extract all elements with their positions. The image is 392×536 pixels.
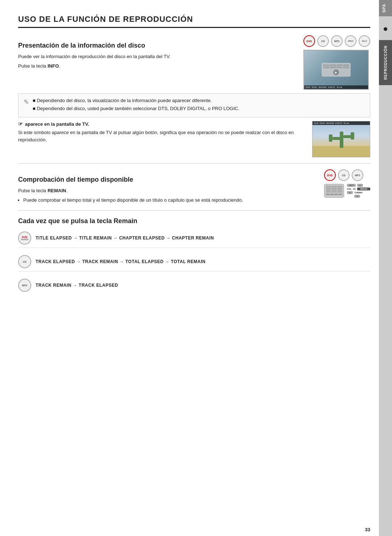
divider2	[18, 210, 370, 211]
vol-row: VOL 4K REMAIN	[347, 188, 370, 190]
down-row: ▼	[347, 195, 370, 198]
disc-icon-mp3: MP3	[331, 35, 343, 47]
flow-text-dvd: TITLE ELAPSED → TITLE REMAIN → CHAPTER E…	[36, 235, 214, 241]
aparece-section: ☞ aparece en la pantalla de TV. Si este …	[18, 121, 370, 157]
flow-disc-dvd: DVD DivX/CD	[18, 231, 31, 245]
section1-body2-pre: Pulse la tecla	[18, 63, 48, 69]
section1-heading: Presentación de la información del disco	[18, 42, 296, 49]
disc-icon-cd: CD	[317, 35, 329, 47]
cactus-image-area: DVD 01/01 001/040 0:00:37 4/1 ►	[312, 121, 370, 157]
flow-item-dvd: DVD DivX/CD TITLE ELAPSED → TITLE REMAIN…	[18, 229, 370, 248]
disc-icon2-dvd: DVD	[324, 169, 336, 181]
flow-text-mp3: TRACK REMAIN → TRACK ELAPSED	[36, 283, 118, 288]
remain-remote-area: MUT ▲ VOL 4K REMAIN ▼ TUNING ▼	[324, 184, 370, 198]
flow-disc-mp3: MP3	[18, 279, 31, 292]
section2-heading: Comprobación del tiempo disponible	[18, 176, 317, 184]
section1-text: Presentación de la información del disco…	[18, 35, 303, 72]
section1-image-area: DVD CD MP3 JPEG DivX	[303, 35, 370, 90]
side-tab: SPA REPRODUCCIÓN	[379, 0, 392, 536]
aparece-body: Si este símbolo aparece en la pantalla d…	[18, 129, 305, 143]
cactus-svg	[313, 124, 370, 157]
page-number: 33	[365, 527, 370, 532]
disc-icon2-cd: CD	[338, 169, 350, 181]
mute-row: MUT ▲	[347, 184, 370, 187]
section3: Cada vez que se pulsa la tecla Remain DV…	[18, 217, 370, 295]
section2-bullets: Puede comprobar el tiempo total y el tie…	[23, 197, 317, 204]
disc-icon-dvd: DVD	[303, 35, 315, 47]
spa-label: SPA	[379, 0, 392, 16]
section1: Presentación de la información del disco…	[18, 35, 370, 90]
remote-right: MUT ▲ VOL 4K REMAIN ▼ TUNING ▼	[347, 184, 370, 198]
flow-disc-cd: CD	[18, 255, 31, 268]
note-box: ✎ ■ Dependiendo del disco, la visualizac…	[18, 93, 370, 117]
note1: ■ Dependiendo del disco, la visualizació…	[33, 97, 240, 104]
tv-mockup: ▶ DVD 01/01 001/040 0:00:37 4/1 ►	[303, 50, 369, 90]
note-content: ■ Dependiendo del disco, la visualizació…	[33, 97, 240, 113]
section2: Comprobación del tiempo disponible Pulse…	[18, 169, 370, 205]
tv-info-bar: DVD 01/01 001/040 0:00:37 4/1 ►	[304, 85, 368, 89]
note2: ■ Dependiendo del disco, usted puede tam…	[33, 105, 240, 112]
disc-icons-row1: DVD CD MP3 JPEG DivX	[303, 35, 370, 47]
divider1	[18, 163, 370, 164]
section3-heading: Cada vez que se pulsa la tecla Remain	[18, 217, 370, 225]
disc-icons-row2: DVD CD MP3	[324, 169, 370, 181]
svg-rect-5	[351, 132, 354, 140]
note-icon: ✎	[24, 98, 29, 106]
svg-rect-2	[332, 137, 343, 140]
remote-left	[324, 184, 344, 198]
hand-icon: ☞	[18, 121, 23, 127]
bullet-dot	[384, 27, 387, 31]
main-content: USO DE LA FUNCIÓN DE REPRODUCCIÓN Presen…	[18, 15, 370, 521]
disc-icon-divx: DivX	[359, 35, 370, 47]
tuning-row: ▼ TUNING	[347, 191, 370, 194]
section1-body2: Pulse la tecla INFO.	[18, 63, 296, 70]
section2-text: Comprobación del tiempo disponible Pulse…	[18, 169, 324, 205]
reproduccion-label: REPRODUCCIÓN	[379, 40, 392, 85]
flow-text-cd: TRACK ELAPSED → TRACK REMAIN → TOTAL ELA…	[36, 259, 205, 264]
cactus-image: DVD 01/01 001/040 0:00:37 4/1 ►	[312, 121, 370, 157]
page-title: USO DE LA FUNCIÓN DE REPRODUCCIÓN	[18, 15, 370, 28]
section2-image-area: DVD CD MP3	[324, 169, 370, 198]
flow-item-cd: CD TRACK ELAPSED → TRACK REMAIN → TOTAL …	[18, 252, 370, 271]
disc-icon-jpeg: JPEG	[345, 35, 356, 47]
tv-mockup-inner: ▶	[304, 51, 368, 89]
aparece-text: ☞ aparece en la pantalla de TV. Si este …	[18, 121, 312, 145]
svg-rect-3	[329, 134, 332, 142]
section2-body1: Pulse la tecla REMAIN.	[18, 187, 317, 194]
section1-body2-end: .	[59, 63, 60, 69]
section1-info-bold: INFO	[48, 63, 59, 69]
disc-icon2-mp3: MP3	[352, 169, 363, 181]
section2-bullet1: Puede comprobar el tiempo total y el tie…	[23, 197, 317, 204]
aparece-heading: ☞ aparece en la pantalla de TV.	[18, 121, 305, 127]
flow-item-mp3: MP3 TRACK REMAIN → TRACK ELAPSED	[18, 276, 370, 295]
section1-body1: Puede ver la información de reproducción…	[18, 53, 296, 60]
